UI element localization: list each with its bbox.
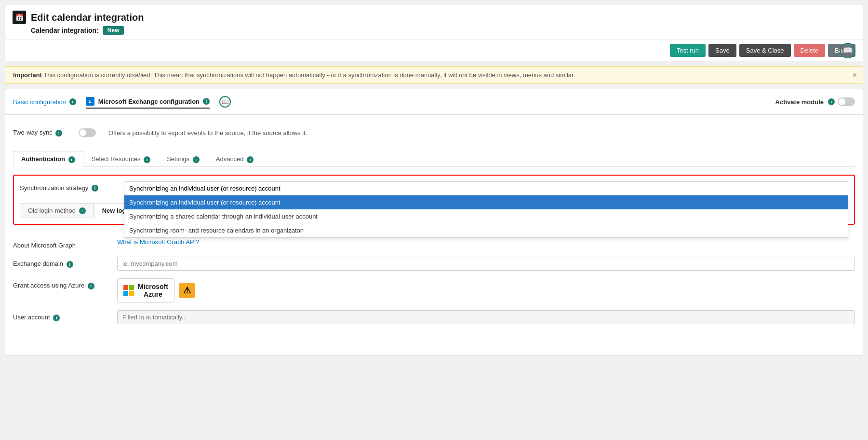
new-badge: New (103, 26, 124, 35)
ms-logo (123, 285, 134, 296)
user-account-label: User account i (13, 310, 109, 321)
two-way-sync-label: Two-way sync i (13, 129, 71, 137)
old-login-info-icon[interactable]: i (79, 207, 86, 214)
sync-strategy-section: Synchronization strategy i Synchronizing… (13, 175, 855, 225)
sync-strategy-info-icon[interactable]: i (92, 185, 98, 192)
sync-strategy-label: Synchronization strategy i (20, 181, 116, 192)
book-logo-icon: 📖 (840, 43, 855, 58)
alert-text: This configuration is currently disabled… (43, 71, 575, 79)
tab-book-logo: 📖 (219, 96, 231, 108)
warning-icon: ⚠ (179, 283, 195, 298)
two-way-sync-row: Two-way sync i Offers a possibility to e… (13, 123, 855, 143)
basic-config-info-icon[interactable]: i (69, 98, 76, 105)
subtitle-label: Calendar integration: (31, 27, 99, 34)
tab-ms-exchange[interactable]: E Microsoft Exchange configuration i (86, 95, 210, 109)
two-way-sync-description: Offers a possibility to export events to… (108, 129, 307, 137)
auth-tab-info-icon[interactable]: i (68, 156, 75, 163)
tab-book-icon[interactable]: 📖 (219, 94, 231, 110)
activate-module-info-icon[interactable]: i (828, 98, 835, 105)
main-card: Basic configuration i E Microsoft Exchan… (5, 89, 863, 356)
ms-exchange-icon: E (86, 97, 94, 106)
alert-banner: Important This configuration is currentl… (5, 66, 863, 84)
alert-bold: Important (13, 71, 42, 79)
inner-tab-advanced[interactable]: Advanced i (208, 151, 262, 167)
sync-strategy-dropdown-list: Synchronizing an individual user (or res… (124, 195, 848, 238)
sync-strategy-select[interactable]: Synchronizing an individual user (or res… (124, 181, 848, 195)
exchange-domain-info-icon[interactable]: i (67, 261, 73, 268)
select-resources-info-icon[interactable]: i (144, 156, 150, 163)
about-ms-graph-row: About Microsoft Graph What is Microsoft … (13, 238, 855, 249)
about-ms-graph-label: About Microsoft Graph (13, 238, 109, 249)
ms-graph-api-link[interactable]: What is Microsoft Graph API? (117, 238, 200, 246)
dropdown-option-3[interactable]: Synchronizing room- and resource calenda… (124, 223, 848, 237)
inner-tab-select-resources[interactable]: Select Resources i (83, 151, 159, 167)
exchange-domain-row: Exchange domain i (13, 257, 855, 271)
exchange-domain-value (117, 257, 855, 271)
save-close-button[interactable]: Save & Close (739, 44, 791, 57)
ms-logo-yellow (129, 291, 134, 296)
sync-strategy-dropdown-wrapper: Synchronizing an individual user (or res… (124, 181, 848, 195)
old-login-tab[interactable]: Old login-method i (20, 203, 94, 219)
page-title: Edit calendar integration (31, 12, 144, 23)
inner-tab-authentication[interactable]: Authentication i (13, 151, 83, 167)
form-section: About Microsoft Graph What is Microsoft … (13, 231, 855, 340)
grant-access-info-icon[interactable]: i (88, 283, 94, 289)
user-account-info-icon[interactable]: i (53, 315, 60, 321)
inner-tabs: Authentication i Select Resources i Sett… (13, 151, 855, 167)
grant-access-row: Grant access using Azure i (13, 278, 855, 302)
advanced-info-icon[interactable]: i (247, 156, 254, 163)
user-account-value (117, 310, 855, 324)
two-way-sync-info-icon[interactable]: i (55, 130, 62, 137)
settings-info-icon[interactable]: i (193, 156, 200, 163)
inner-tab-settings[interactable]: Settings i (159, 151, 208, 167)
alert-close-button[interactable]: × (853, 71, 857, 80)
tab-basic-config[interactable]: Basic configuration i (13, 96, 76, 108)
tabs-bar: Basic configuration i E Microsoft Exchan… (5, 89, 863, 115)
ms-exchange-info-icon[interactable]: i (203, 98, 210, 105)
exchange-domain-input[interactable] (117, 257, 855, 271)
dropdown-option-2[interactable]: Synchronizing a shared calendar through … (124, 209, 848, 223)
ms-logo-green (129, 285, 134, 290)
grant-access-value: MicrosoftAzure ⚠ (117, 278, 855, 302)
about-ms-graph-value: What is Microsoft Graph API? (117, 238, 855, 246)
ms-logo-red (123, 285, 128, 290)
two-way-sync-toggle[interactable] (79, 128, 96, 137)
exchange-domain-label: Exchange domain i (13, 257, 109, 268)
toolbar: Test run Save Save & Close Delete Back 📖 (5, 40, 863, 61)
dropdown-option-1[interactable]: Synchronizing an individual user (or res… (124, 195, 848, 209)
save-button[interactable]: Save (708, 44, 736, 57)
activate-module-label: Activate module (775, 98, 824, 106)
grant-access-label: Grant access using Azure i (13, 278, 109, 289)
ms-logo-blue (123, 291, 128, 296)
user-account-row: User account i (13, 310, 855, 324)
delete-button[interactable]: Delete (794, 44, 826, 57)
tab-basic-config-label: Basic configuration (13, 98, 66, 106)
test-run-button[interactable]: Test run (670, 44, 706, 57)
ms-azure-button[interactable]: MicrosoftAzure (117, 278, 174, 302)
ms-azure-text: MicrosoftAzure (138, 283, 168, 298)
tab-ms-exchange-label: Microsoft Exchange configuration (98, 98, 200, 105)
page-icon: 📅 (13, 11, 26, 24)
activate-module-toggle[interactable] (838, 97, 855, 106)
activate-module-section: Activate module i (775, 97, 855, 106)
auth-tab-content: Synchronization strategy i Synchronizing… (13, 167, 855, 348)
sync-strategy-row: Synchronization strategy i Synchronizing… (20, 181, 848, 195)
user-account-input[interactable] (117, 310, 855, 324)
